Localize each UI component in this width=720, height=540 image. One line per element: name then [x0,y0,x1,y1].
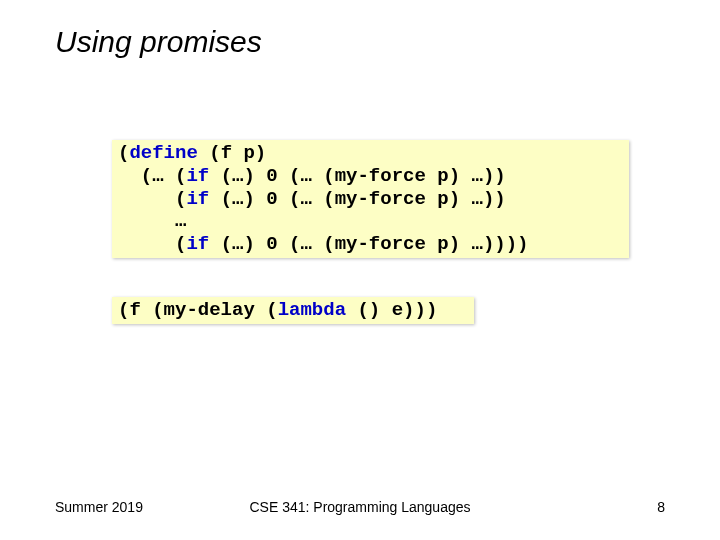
code-block-define: (define (f p) (… (if (…) 0 (… (my-force … [112,140,629,258]
footer-course: CSE 341: Programming Languages [0,499,720,515]
code-text: (f (my-delay ( [118,299,278,321]
code-text: (…) 0 (… (my-force p) …)) [209,188,505,210]
keyword-define: define [129,142,197,164]
code-text: ( [118,188,186,210]
code-text: … [118,210,186,232]
code-text: (… ( [118,165,186,187]
code-text: (…) 0 (… (my-force p) …)) [209,165,505,187]
code-text: () e))) [346,299,437,321]
keyword-if: if [186,165,209,187]
code-block-call: (f (my-delay (lambda () e))) [112,297,474,324]
keyword-if: if [186,188,209,210]
slide: Using promises (define (f p) (… (if (…) … [0,0,720,540]
keyword-lambda: lambda [278,299,346,321]
code-text: ( [118,233,186,255]
code-text: (f p) [198,142,266,164]
code-text: (…) 0 (… (my-force p) …)))) [209,233,528,255]
footer-page-number: 8 [657,499,665,515]
slide-title: Using promises [55,25,262,59]
keyword-if: if [186,233,209,255]
